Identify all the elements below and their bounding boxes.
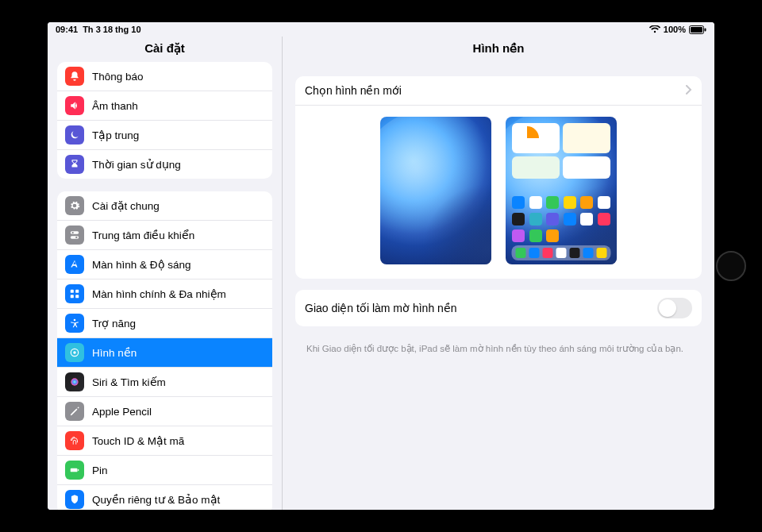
sidebar-item-focus[interactable]: Tập trung bbox=[57, 121, 272, 150]
dark-dim-label: Giao diện tối làm mờ hình nền bbox=[305, 302, 457, 314]
choose-new-wallpaper-row[interactable]: Chọn hình nền mới bbox=[295, 76, 702, 106]
status-time: 09:41 bbox=[56, 25, 78, 34]
sidebar-group-2: Cài đặt chung Trung tâm điều khiển Màn h… bbox=[57, 191, 272, 510]
chevron-right-icon bbox=[686, 84, 692, 97]
sidebar-item-label: Apple Pencil bbox=[92, 406, 264, 418]
sidebar-item-label: Màn hình chính & Đa nhiệm bbox=[92, 287, 264, 300]
sidebar-item-sounds[interactable]: Âm thanh bbox=[57, 91, 272, 121]
sidebar-title: Cài đặt bbox=[48, 37, 282, 62]
sidebar-item-screentime[interactable]: Thời gian sử dụng bbox=[57, 150, 272, 179]
sidebar-item-apple-pencil[interactable]: Apple Pencil bbox=[57, 397, 272, 426]
switches-icon bbox=[65, 226, 84, 245]
screen: 09:41 Th 3 18 thg 10 100% Cài đặt bbox=[48, 22, 714, 510]
sidebar-item-label: Touch ID & Mật mã bbox=[92, 434, 264, 447]
sidebar-item-notifications[interactable]: Thông báo bbox=[57, 62, 272, 91]
svg-rect-10 bbox=[75, 295, 79, 298]
sidebar-item-label: Siri & Tìm kiếm bbox=[92, 376, 264, 388]
status-date: Th 3 18 thg 10 bbox=[83, 25, 140, 34]
sidebar-item-label: Thông báo bbox=[92, 71, 264, 83]
detail-pane: Hình nền Chọn hình nền mới bbox=[283, 37, 714, 510]
sidebar-item-label: Quyền riêng tư & Bảo mật bbox=[92, 493, 264, 506]
sidebar-item-home-multitask[interactable]: Màn hình chính & Đa nhiệm bbox=[57, 279, 272, 309]
settings-sidebar: Cài đặt Thông báo Âm thanh bbox=[48, 37, 283, 510]
svg-rect-7 bbox=[71, 290, 74, 293]
choose-wallpaper-label: Chọn hình nền mới bbox=[305, 84, 402, 97]
gear-icon bbox=[65, 196, 84, 215]
wallpaper-icon bbox=[65, 343, 84, 362]
sidebar-group-1: Thông báo Âm thanh Tập trung Thời g bbox=[57, 62, 272, 179]
sidebar-item-label: Trung tâm điều khiển bbox=[92, 229, 264, 241]
lock-screen-preview[interactable] bbox=[380, 117, 491, 264]
sidebar-item-label: Âm thanh bbox=[92, 100, 264, 112]
svg-point-6 bbox=[75, 237, 77, 238]
sidebar-item-display-brightness[interactable]: Màn hình & Độ sáng bbox=[57, 250, 272, 279]
sidebar-scroll[interactable]: Thông báo Âm thanh Tập trung Thời g bbox=[48, 62, 282, 510]
svg-rect-8 bbox=[75, 290, 79, 293]
svg-rect-9 bbox=[71, 295, 74, 298]
moon-icon bbox=[65, 125, 84, 145]
sidebar-item-label: Trợ năng bbox=[92, 317, 264, 330]
hand-icon bbox=[65, 490, 84, 509]
sidebar-item-touchid-passcode[interactable]: Touch ID & Mật mã bbox=[57, 426, 272, 456]
sidebar-item-privacy-security[interactable]: Quyền riêng tư & Bảo mật bbox=[57, 485, 272, 510]
dark-dim-footer: Khi Giao diện tối được bật, iPad sẽ làm … bbox=[295, 337, 702, 355]
bell-icon bbox=[65, 67, 84, 86]
dark-dim-card: Giao diện tối làm mờ hình nền bbox=[295, 290, 702, 326]
svg-rect-3 bbox=[71, 231, 79, 234]
sidebar-item-label: Màn hình & Độ sáng bbox=[92, 258, 264, 271]
sidebar-item-battery[interactable]: Pin bbox=[57, 456, 272, 485]
ipad-frame: 09:41 Th 3 18 thg 10 100% Cài đặt bbox=[0, 0, 762, 532]
dark-dim-toggle-row: Giao diện tối làm mờ hình nền bbox=[295, 290, 702, 326]
home-screen-preview[interactable] bbox=[506, 117, 617, 264]
svg-point-13 bbox=[73, 351, 76, 354]
svg-point-5 bbox=[72, 232, 74, 233]
wallpaper-previews bbox=[295, 106, 702, 279]
sidebar-item-control-center[interactable]: Trung tâm điều khiển bbox=[57, 221, 272, 250]
sidebar-item-siri-search[interactable]: Siri & Tìm kiếm bbox=[57, 368, 272, 397]
hourglass-icon bbox=[65, 155, 84, 174]
svg-rect-15 bbox=[71, 468, 78, 472]
svg-rect-1 bbox=[691, 27, 702, 33]
sidebar-item-label: Thời gian sử dụng bbox=[92, 158, 264, 171]
battery-icon bbox=[689, 25, 706, 34]
wifi-icon bbox=[649, 25, 660, 33]
svg-rect-16 bbox=[78, 469, 79, 471]
sidebar-item-label: Hình nền bbox=[92, 346, 264, 359]
status-battery-pct: 100% bbox=[664, 25, 686, 34]
home-button[interactable] bbox=[716, 251, 746, 281]
svg-point-11 bbox=[74, 319, 76, 322]
svg-rect-2 bbox=[705, 28, 706, 31]
sidebar-item-label: Cài đặt chung bbox=[92, 199, 264, 212]
speaker-icon bbox=[65, 96, 84, 115]
svg-rect-4 bbox=[71, 236, 79, 239]
sidebar-item-label: Tập trung bbox=[92, 129, 264, 141]
sidebar-item-general[interactable]: Cài đặt chung bbox=[57, 191, 272, 221]
status-bar: 09:41 Th 3 18 thg 10 100% bbox=[48, 22, 714, 37]
pencil-icon bbox=[65, 402, 84, 421]
siri-icon bbox=[65, 372, 84, 391]
dark-dim-switch[interactable] bbox=[657, 298, 692, 318]
sidebar-item-label: Pin bbox=[92, 465, 264, 476]
svg-point-14 bbox=[71, 378, 78, 385]
text-size-icon bbox=[65, 255, 84, 274]
battery-setting-icon bbox=[65, 461, 84, 480]
wallpaper-picker-card: Chọn hình nền mới bbox=[295, 76, 702, 279]
accessibility-icon bbox=[65, 314, 84, 333]
sidebar-item-accessibility[interactable]: Trợ năng bbox=[57, 309, 272, 338]
detail-title: Hình nền bbox=[283, 37, 714, 62]
grid-icon bbox=[65, 284, 84, 303]
fingerprint-icon bbox=[65, 431, 84, 450]
sidebar-item-wallpaper[interactable]: Hình nền bbox=[57, 338, 272, 368]
